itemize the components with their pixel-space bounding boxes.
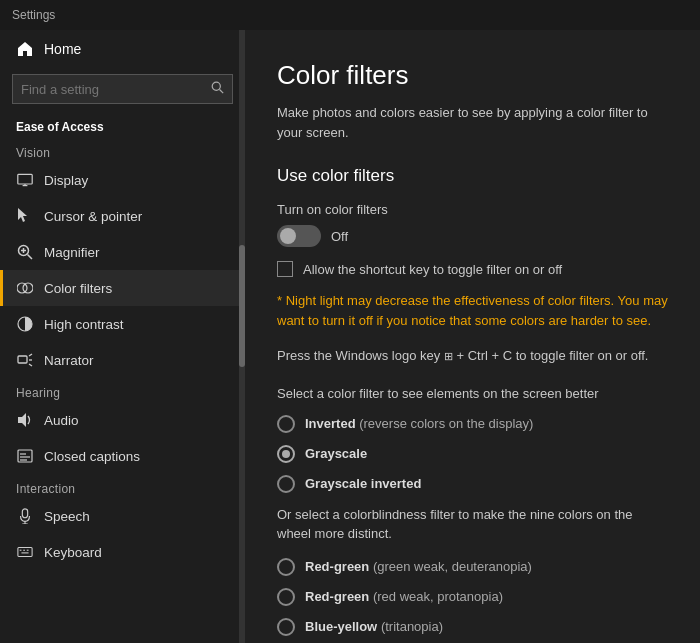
sidebar-item-display[interactable]: Display [0, 162, 245, 198]
section-title: Use color filters [277, 166, 668, 186]
radio-grayscale-inverted-name: Grayscale inverted [305, 476, 421, 491]
shortcut-checkbox-row: Allow the shortcut key to toggle filter … [277, 261, 668, 277]
speech-icon [16, 507, 34, 525]
sidebar-item-cursor-pointer[interactable]: Cursor & pointer [0, 198, 245, 234]
svg-rect-21 [22, 509, 27, 518]
svg-line-15 [29, 364, 32, 366]
sidebar-item-closed-captions-label: Closed captions [44, 449, 140, 464]
shortcut-checkbox-label: Allow the shortcut key to toggle filter … [303, 262, 562, 277]
radio-inverted[interactable]: Inverted (reverse colors on the display) [277, 415, 668, 433]
high-contrast-icon [16, 315, 34, 333]
cursor-icon [16, 207, 34, 225]
radio-blue-yellow-circle[interactable] [277, 618, 295, 636]
title-bar: Settings [0, 0, 700, 30]
closed-captions-icon [16, 447, 34, 465]
sidebar-item-magnifier-label: Magnifier [44, 245, 100, 260]
radio-inverted-circle[interactable] [277, 415, 295, 433]
radio-red-green-weak-label: Red-green (green weak, deuteranopia) [305, 559, 532, 574]
sidebar-item-keyboard-label: Keyboard [44, 545, 102, 560]
home-icon [16, 40, 34, 58]
svg-point-0 [212, 82, 220, 90]
svg-rect-2 [18, 174, 32, 184]
sidebar-item-color-filters-label: Color filters [44, 281, 112, 296]
svg-marker-16 [18, 413, 26, 427]
sidebar-item-speech-label: Speech [44, 509, 90, 524]
radio-grayscale-circle[interactable] [277, 445, 295, 463]
sidebar-item-high-contrast-label: High contrast [44, 317, 124, 332]
radio-red-green-strong-name: Red-green [305, 589, 369, 604]
main-layout: Home Ease of Access Vision [0, 30, 700, 643]
radio-red-green-strong-circle[interactable] [277, 588, 295, 606]
radio-red-green-weak-circle[interactable] [277, 558, 295, 576]
toggle-state-label: Off [331, 229, 348, 244]
shortcut-checkbox[interactable] [277, 261, 293, 277]
filter-select-label: Select a color filter to see elements on… [277, 386, 668, 401]
radio-blue-yellow-desc: (tritanopia) [381, 619, 443, 634]
radio-blue-yellow-label: Blue-yellow (tritanopia) [305, 619, 443, 634]
search-box[interactable] [12, 74, 233, 104]
page-description: Make photos and colors easier to see by … [277, 103, 668, 142]
audio-icon [16, 411, 34, 429]
sidebar-item-audio-label: Audio [44, 413, 79, 428]
radio-red-green-weak-desc: (green weak, deuteranopia) [373, 559, 532, 574]
color-filter-toggle[interactable] [277, 225, 321, 247]
sidebar-home-button[interactable]: Home [0, 30, 245, 68]
page-title: Color filters [277, 60, 668, 91]
sidebar: Home Ease of Access Vision [0, 30, 245, 643]
night-light-link[interactable]: Night light [286, 293, 344, 308]
shortcut-note: Press the Windows logo key ⊞ + Ctrl + C … [277, 346, 668, 366]
radio-grayscale[interactable]: Grayscale [277, 445, 668, 463]
search-icon [211, 80, 224, 98]
search-input[interactable] [21, 82, 205, 97]
sidebar-item-speech[interactable]: Speech [0, 498, 245, 534]
radio-red-green-strong-desc: (red weak, protanopia) [373, 589, 503, 604]
radio-red-green-strong-label: Red-green (red weak, protanopia) [305, 589, 503, 604]
sidebar-item-high-contrast[interactable]: High contrast [0, 306, 245, 342]
title-bar-label: Settings [12, 8, 55, 22]
svg-line-1 [220, 90, 224, 94]
svg-line-13 [29, 354, 32, 356]
sidebar-item-magnifier[interactable]: Magnifier [0, 234, 245, 270]
svg-point-9 [17, 283, 27, 293]
sidebar-item-keyboard[interactable]: Keyboard [0, 534, 245, 570]
vision-category: Vision [0, 138, 245, 162]
radio-grayscale-name: Grayscale [305, 446, 367, 461]
toggle-row: Off [277, 225, 668, 247]
radio-red-green-strong[interactable]: Red-green (red weak, protanopia) [277, 588, 668, 606]
main-content: Color filters Make photos and colors eas… [245, 30, 700, 643]
sidebar-item-narrator-label: Narrator [44, 353, 94, 368]
sidebar-item-audio[interactable]: Audio [0, 402, 245, 438]
radio-red-green-weak[interactable]: Red-green (green weak, deuteranopia) [277, 558, 668, 576]
sidebar-item-display-label: Display [44, 173, 88, 188]
notice-prefix: * [277, 293, 286, 308]
interaction-category: Interaction [0, 474, 245, 498]
radio-blue-yellow-name: Blue-yellow [305, 619, 377, 634]
color-filters-icon [16, 279, 34, 297]
svg-line-6 [28, 255, 33, 260]
sidebar-item-cursor-label: Cursor & pointer [44, 209, 142, 224]
svg-rect-24 [18, 548, 32, 557]
toggle-knob [280, 228, 296, 244]
display-icon [16, 171, 34, 189]
home-label: Home [44, 41, 81, 57]
radio-inverted-name: Inverted [305, 416, 356, 431]
sidebar-item-closed-captions[interactable]: Closed captions [0, 438, 245, 474]
radio-inverted-label: Inverted (reverse colors on the display) [305, 416, 533, 431]
radio-grayscale-inverted-circle[interactable] [277, 475, 295, 493]
sidebar-item-narrator[interactable]: Narrator [0, 342, 245, 378]
radio-red-green-weak-name: Red-green [305, 559, 369, 574]
scrollbar[interactable] [239, 30, 245, 643]
colorblind-label: Or select a colorblindness filter to mak… [277, 505, 668, 544]
radio-inverted-desc: (reverse colors on the display) [359, 416, 533, 431]
svg-point-10 [23, 283, 33, 293]
radio-grayscale-inverted[interactable]: Grayscale inverted [277, 475, 668, 493]
hearing-category: Hearing [0, 378, 245, 402]
radio-grayscale-label: Grayscale [305, 446, 367, 461]
radio-blue-yellow[interactable]: Blue-yellow (tritanopia) [277, 618, 668, 636]
windows-logo-icon: ⊞ [444, 350, 453, 362]
radio-grayscale-inverted-label: Grayscale inverted [305, 476, 421, 491]
turn-on-label: Turn on color filters [277, 202, 668, 217]
narrator-icon [16, 351, 34, 369]
sidebar-item-color-filters[interactable]: Color filters [0, 270, 245, 306]
scrollbar-thumb[interactable] [239, 245, 245, 368]
